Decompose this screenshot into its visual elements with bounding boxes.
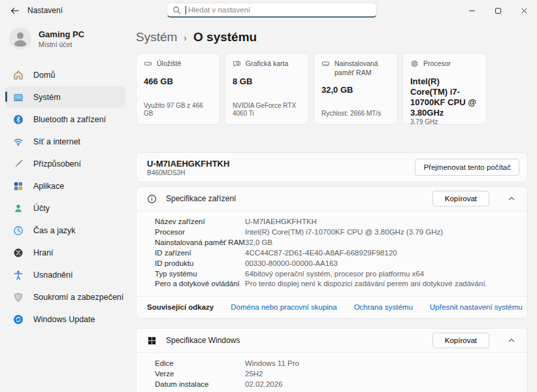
sidebar-item-privacy[interactable]: Soukromí a zabezpečení [5, 286, 125, 308]
link-domain-workgroup[interactable]: Doména nebo pracovní skupina [231, 303, 336, 311]
card-title: Grafická karta [246, 59, 288, 69]
sidebar-item-windows-update[interactable]: Windows Update [5, 308, 125, 330]
sidebar-item-label: Účty [33, 204, 50, 213]
text-caret [186, 6, 186, 14]
window-title: Nastavení [27, 6, 63, 15]
sidebar-item-gaming[interactable]: Hraní [5, 242, 125, 263]
sidebar-item-label: Soukromí a zabezpečení [33, 293, 123, 302]
card-subtitle: 3.79 GHz [410, 118, 479, 126]
maximize-button[interactable] [485, 0, 511, 21]
sidebar-item-network[interactable]: Síť a internet [5, 131, 125, 152]
sidebar-item-label: Domů [33, 71, 55, 80]
spec-row: ProcesorIntel(R) Core(TM) i7-10700KF CPU… [155, 227, 521, 238]
device-specs-panel: Specifikace zařízení Kopírovat Název zař… [136, 186, 528, 319]
card-value: 8 GB [233, 76, 301, 87]
settings-window: Nastavení Hledat v nastavení [0, 0, 537, 392]
related-links-row: Související odkazy Doména nebo pracovní … [137, 296, 527, 318]
spec-row: Pero a dotykové ovládáníPro tento disple… [155, 279, 521, 289]
gaming-icon [13, 248, 24, 258]
minimize-button[interactable] [459, 0, 485, 21]
spec-row: Název zařízeníU-M7IAEHGKFHTKH [155, 217, 521, 227]
link-system-protection[interactable]: Ochrana systému [354, 303, 413, 311]
breadcrumb-separator-icon: › [184, 33, 187, 43]
sidebar-item-label: Přizpůsobení [33, 159, 81, 169]
time-language-icon [13, 225, 24, 236]
personalization-icon [13, 159, 24, 169]
copy-device-specs-button[interactable]: Kopírovat [432, 191, 489, 206]
sidebar-item-label: Systém [33, 93, 61, 102]
sidebar-item-personalization[interactable]: Přizpůsobení [5, 153, 125, 174]
storage-card[interactable]: Úložiště 466 GB Využito 97 GB z 466 GB [136, 53, 220, 125]
breadcrumb-parent[interactable]: Systém [136, 30, 177, 44]
selected-accent-bar [5, 91, 7, 102]
gpu-card[interactable]: Grafická karta 8 GB NVIDIA GeForce RTX 4… [225, 53, 309, 125]
spec-row: Nainstalovaná paměť RAM32,0 GB [155, 238, 521, 248]
sidebar-item-bluetooth[interactable]: Bluetooth a zařízení [5, 108, 125, 130]
spec-row: ID zařízení4CC44C87-2D61-4E40-A8AF-66892… [155, 248, 521, 259]
sidebar-item-label: Síť a internet [33, 137, 80, 146]
cpu-card[interactable]: Procesor Intel(R) Core(TM) i7-10700KF CP… [402, 53, 487, 125]
card-subtitle: Rychlost: 2666 MT/s [321, 110, 390, 118]
sidebar-item-apps[interactable]: Aplikace [5, 175, 125, 197]
device-name-panel: U-M7IAEHGKFHTKH B460MDS3H Přejmenovat te… [136, 152, 528, 182]
back-button[interactable] [5, 1, 24, 20]
home-icon [13, 70, 24, 80]
windows-specs-rows: EdiceWindows 11 Pro Verze25H2 Datum inst… [137, 352, 527, 392]
network-icon [13, 137, 24, 147]
sidebar-item-label: Aplikace [33, 182, 64, 191]
copy-windows-specs-button[interactable]: Kopírovat [432, 333, 489, 348]
card-value: Intel(R) Core(TM) i7-10700KF CPU @ 3.80G… [410, 76, 479, 118]
sidebar-item-domu[interactable]: Domů [5, 64, 125, 86]
minimize-icon [468, 7, 476, 14]
sidebar-item-label: Čas a jazyk [33, 226, 76, 235]
chevron-up-icon[interactable] [502, 331, 521, 350]
breadcrumb: Systém › O systému [136, 30, 537, 44]
system-icon [13, 92, 24, 103]
device-specs-rows: Název zařízeníU-M7IAEHGKFHTKH ProcesorIn… [137, 210, 527, 296]
info-icon [147, 194, 157, 204]
sidebar-item-system[interactable]: Systém [5, 86, 125, 108]
maximize-icon [495, 7, 502, 14]
accessibility-icon [13, 270, 24, 280]
windows-specs-header[interactable]: Specifikace Windows Kopírovat [137, 329, 527, 352]
user-profile[interactable]: Gaming PC Místní účet [9, 27, 131, 50]
link-advanced-system-settings[interactable]: Upřesnit nastavení systému [430, 303, 523, 311]
storage-icon [144, 59, 152, 68]
sidebar-item-time-language[interactable]: Čas a jazyk [5, 220, 125, 241]
rename-pc-button[interactable]: Přejmenovat tento počítač [415, 159, 519, 176]
sidebar-item-label: Hraní [33, 248, 54, 257]
device-model: B460MDS3H [147, 169, 229, 176]
profile-name: Gaming PC [39, 29, 84, 39]
search-input[interactable]: Hledat v nastavení [167, 3, 377, 18]
windows-logo-icon [147, 336, 157, 346]
device-specs-header[interactable]: Specifikace zařízení Kopírovat [137, 187, 527, 210]
sidebar-item-label: Bluetooth a zařízení [33, 115, 106, 124]
sidebar-item-label: Windows Update [33, 315, 95, 324]
spec-row: Verze25H2 [155, 369, 521, 380]
apps-icon [13, 181, 24, 191]
back-arrow-icon [10, 6, 20, 16]
card-title: Procesor [423, 59, 451, 69]
spec-row: Typ systému64bitový operační systém, pro… [155, 269, 521, 280]
related-links-label: Související odkazy [147, 303, 214, 311]
gpu-icon [233, 59, 241, 68]
close-icon [521, 7, 528, 14]
spec-row: EdiceWindows 11 Pro [155, 359, 521, 369]
profile-account-type: Místní účet [39, 41, 84, 48]
sidebar-item-accounts[interactable]: Účty [5, 197, 125, 219]
main-content: Systém › O systému Úložiště 466 GB Využi… [136, 21, 537, 392]
sidebar: Gaming PC Místní účet Domů Systém Blueto… [0, 21, 131, 392]
search-placeholder: Hledat v nastavení [188, 6, 250, 14]
card-subtitle: Využito 97 GB z 466 GB [144, 102, 212, 118]
privacy-shield-icon [13, 292, 24, 302]
sidebar-nav: Domů Systém Bluetooth a zařízení Síť a i… [0, 64, 131, 330]
card-value: 32,0 GB [321, 85, 390, 95]
card-title: Nainstalovaná paměť RAM [334, 59, 390, 77]
sidebar-item-accessibility[interactable]: Usnadnění [5, 264, 125, 286]
cpu-icon [410, 59, 419, 68]
spec-row: ID produktu00330-80000-00000-AA163 [155, 259, 521, 269]
close-button[interactable] [511, 0, 537, 21]
chevron-up-icon[interactable] [502, 189, 521, 208]
ram-card[interactable]: Nainstalovaná paměť RAM 32,0 GB Rychlost… [314, 53, 398, 125]
summary-cards: Úložiště 466 GB Využito 97 GB z 466 GB G… [136, 53, 537, 125]
